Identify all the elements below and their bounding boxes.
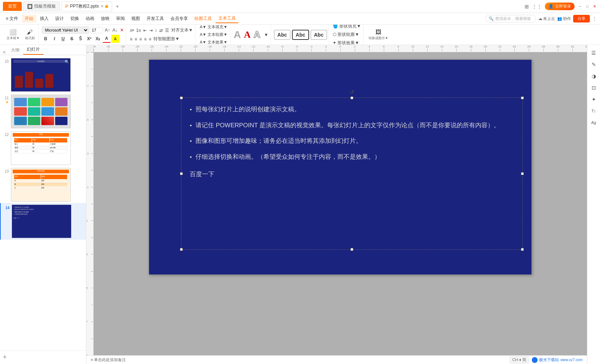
- tab-file[interactable]: P PPT教程2.pptx ✕: [61, 1, 112, 11]
- strikethrough-button[interactable]: S: [68, 35, 76, 43]
- text-color-button[interactable]: A: [103, 35, 111, 43]
- text-direction-button[interactable]: ⇄: [159, 27, 164, 34]
- menu-draw-tool[interactable]: 绘图工具: [192, 15, 215, 23]
- slide-item-10[interactable]: 10 柱状图组 🔍: [0, 57, 86, 93]
- decrease-font-button[interactable]: A↓: [112, 27, 118, 33]
- toolbar-group-font: Microsoft YaHei UI A↑ A↓ ✕ B I U S S̈ X²…: [40, 25, 126, 45]
- menu-file[interactable]: ≡ 文件: [3, 15, 21, 23]
- panel-tab-slides[interactable]: 幻灯片: [23, 45, 44, 55]
- slide-item-12[interactable]: 12 表格 姓名 年龄 职业 张三25工程师: [0, 130, 86, 166]
- subscript-button[interactable]: X₂: [94, 35, 102, 43]
- textbox-button[interactable]: ⬜ 文本框▼: [4, 28, 22, 41]
- format-painter-button[interactable]: 🖌 格式刷: [23, 28, 37, 41]
- numbered-list-button[interactable]: 1≡: [135, 27, 142, 34]
- more-menu-icon[interactable]: ⋮: [592, 16, 597, 22]
- align-center-button[interactable]: ≡: [134, 36, 138, 42]
- edit-image-icon: 🖼: [375, 29, 381, 36]
- close-icon[interactable]: ✕: [100, 4, 104, 9]
- text-effect-button[interactable]: A▼ 文本效果▼: [198, 39, 229, 45]
- menu-insert[interactable]: 插入: [37, 15, 52, 23]
- abc-style-2[interactable]: Abc: [292, 30, 309, 40]
- abc-style-3[interactable]: Abc: [311, 30, 327, 40]
- slide-item-11[interactable]: 11 ★: [0, 93, 86, 130]
- menu-slideshow[interactable]: 放映: [98, 15, 112, 23]
- toolbar-group-insert: ⬜ 文本框▼ 🖌 格式刷: [3, 25, 39, 45]
- large-a-outline[interactable]: A: [254, 29, 260, 40]
- large-a-plain[interactable]: A: [234, 29, 241, 41]
- align-text-button[interactable]: 对齐文本▼: [170, 26, 194, 34]
- menu-member[interactable]: 会员专享: [168, 15, 191, 23]
- menu-animation[interactable]: 动画: [83, 15, 97, 23]
- tab-template[interactable]: 🔲 找板壳模板: [23, 1, 60, 11]
- rs-star-button[interactable]: ✦: [589, 94, 599, 104]
- line-spacing-button[interactable]: ↕: [154, 27, 158, 34]
- menu-review[interactable]: 审阅: [113, 15, 128, 23]
- edit-image-button[interactable]: 🖼 转换成图示▼: [366, 28, 390, 41]
- menu-design[interactable]: 设计: [52, 15, 67, 23]
- rs-lang-button[interactable]: Ag: [589, 117, 599, 128]
- text-outline-button[interactable]: A▼ 文本轮廓▼: [198, 31, 229, 38]
- menu-view[interactable]: 视图: [128, 15, 143, 23]
- menu-dev[interactable]: 开发工具: [144, 15, 167, 23]
- shape-fill-button[interactable]: 🪣 形状填充▼: [332, 25, 362, 30]
- slide-item-14[interactable]: 14 • 照每张幻灯片上的说明 • 请记住 POWERPOINT 是演示 • 图…: [0, 203, 86, 240]
- abc-style-1[interactable]: Abc: [274, 30, 291, 40]
- slide-thumb-10: 柱状图组 🔍: [11, 58, 71, 92]
- rs-text-size-button[interactable]: T↕: [589, 106, 599, 116]
- text-style-expand[interactable]: ▼: [263, 32, 269, 38]
- minimize-button[interactable]: ─: [578, 4, 583, 9]
- justify-button[interactable]: ≡: [143, 36, 147, 42]
- watermark: 极光下载站 www.xz7.com: [532, 357, 583, 363]
- increase-font-button[interactable]: A↑: [104, 27, 111, 33]
- decrease-indent-button[interactable]: ⇤: [143, 27, 148, 34]
- underline-button[interactable]: U: [59, 35, 67, 43]
- font-size-input[interactable]: [90, 27, 103, 33]
- slide-item-13[interactable]: 13 橙色表格 项目 数值 A100 B200: [0, 166, 86, 203]
- rs-edit-button[interactable]: ✎: [589, 59, 599, 70]
- smart-convert-button[interactable]: 转智能图形▼: [153, 35, 180, 43]
- apps-icon[interactable]: ⋮⋮: [532, 4, 542, 9]
- columns-button[interactable]: ☰: [164, 27, 170, 34]
- search-box[interactable]: 🔍 查找命令、搜索模板: [485, 15, 536, 22]
- canvas-scroll[interactable]: ↺: [94, 52, 587, 355]
- collab-icon: 👥: [557, 16, 562, 21]
- rs-grid-button[interactable]: ⊡: [589, 83, 599, 93]
- panel-tab-outline[interactable]: 大纲: [7, 46, 23, 55]
- share-button[interactable]: 分享: [573, 15, 590, 22]
- shadow-button[interactable]: S̈: [77, 35, 85, 43]
- bullet-list-button[interactable]: ≡•: [129, 27, 135, 34]
- collab-button[interactable]: 👥 协作: [557, 16, 571, 21]
- distributed-button[interactable]: ≡: [148, 36, 152, 42]
- tab-home[interactable]: 首页: [3, 2, 22, 11]
- panel-collapse-button[interactable]: «: [3, 49, 6, 55]
- superscript-button[interactable]: X²: [85, 35, 93, 43]
- highlight-button[interactable]: A: [111, 35, 119, 43]
- login-button[interactable]: 👤 立即登录: [545, 3, 575, 10]
- maximize-button[interactable]: □: [585, 4, 590, 9]
- menu-text-tool[interactable]: 文本工具: [215, 14, 239, 23]
- shape-outline-button[interactable]: ⬡ 形状轮廓▼: [332, 31, 362, 38]
- rs-menu-button[interactable]: ☰: [589, 48, 599, 58]
- add-tab-button[interactable]: +: [114, 3, 121, 10]
- cloud-button[interactable]: ☁ 未上云: [538, 16, 555, 21]
- text-fill-button[interactable]: A▼ 文本填充▼: [198, 25, 229, 30]
- grid-view-icon[interactable]: ⊞: [525, 4, 529, 9]
- bold-button[interactable]: B: [42, 35, 50, 43]
- slide-thumb-11: [11, 95, 71, 128]
- font-name-selector[interactable]: Microsoft YaHei UI: [42, 26, 89, 34]
- input-mode-indicator[interactable]: CH ♦ 简: [510, 356, 529, 363]
- close-button[interactable]: ✕: [592, 4, 597, 9]
- large-a-red[interactable]: A: [244, 29, 251, 40]
- clear-format-button[interactable]: ✕: [119, 27, 124, 33]
- align-right-button[interactable]: ≡: [139, 36, 143, 42]
- rotate-handle[interactable]: ↺: [349, 89, 354, 94]
- shape-effect-button[interactable]: ✦ 形状效果▼: [332, 39, 362, 45]
- align-left-button[interactable]: ≡: [129, 36, 133, 42]
- italic-button[interactable]: I: [50, 35, 58, 43]
- rs-theme-button[interactable]: ◑: [589, 71, 599, 81]
- menu-transition[interactable]: 切换: [67, 15, 82, 23]
- add-notes-hint[interactable]: ≡ 单击此处添加备注: [91, 357, 126, 363]
- menu-home[interactable]: 开始: [22, 15, 36, 23]
- increase-indent-button[interactable]: ⇥: [148, 27, 153, 34]
- add-slide-button[interactable]: +: [0, 350, 86, 364]
